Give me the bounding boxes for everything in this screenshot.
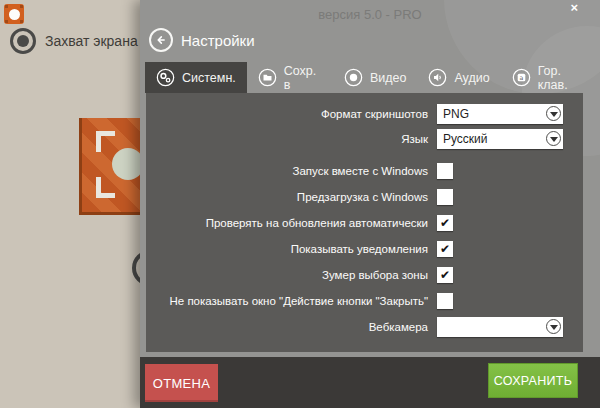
- hotkey-icon: a: [512, 68, 531, 87]
- setting-label: Запуск вместе с Windows: [146, 165, 428, 177]
- setting-label: Зумер выбора зоны: [146, 269, 428, 281]
- checkmark-icon: ✔: [440, 215, 450, 231]
- setting-label: Вебкамера: [146, 321, 428, 333]
- notifications-checkbox[interactable]: ✔: [437, 241, 453, 257]
- setting-row-language: ЯзыкРусский: [146, 126, 583, 152]
- preload-checkbox[interactable]: [437, 189, 453, 205]
- tab-bar: Системн.Сохр. вВидеоАудиоaГор. клав.: [145, 62, 600, 93]
- tab-hotkeys[interactable]: aГор. клав.: [501, 62, 600, 93]
- save-button[interactable]: СОХРАНИТЬ: [488, 363, 578, 398]
- setting-row-close-action: Не показывать окно "Действие кнопки "Зак…: [146, 288, 583, 314]
- arrow-left-icon: [154, 33, 168, 47]
- setting-label: Не показывать окно "Действие кнопки "Зак…: [146, 295, 428, 307]
- tab-label: Гор. клав.: [538, 64, 589, 92]
- footer: ОТМЕНА СОХРАНИТЬ: [140, 357, 600, 408]
- selection-bracket-icon: [96, 131, 115, 152]
- dropdown-arrow-icon: [546, 131, 561, 146]
- speaker-icon: [428, 68, 447, 87]
- capture-mode-label: Захват экрана: [45, 33, 138, 49]
- zone-zoomer-checkbox[interactable]: ✔: [437, 267, 453, 283]
- tab-label: Сохр. в: [284, 64, 322, 92]
- tab-save-to[interactable]: Сохр. в: [247, 62, 333, 93]
- setting-label: Формат скриншотов: [146, 108, 428, 120]
- record-icon: [10, 28, 36, 54]
- back-button[interactable]: [149, 28, 173, 52]
- cancel-button[interactable]: ОТМЕНА: [145, 364, 218, 402]
- setting-row-preload: Предзагрузка с Windows: [146, 184, 583, 210]
- autostart-checkbox[interactable]: [437, 163, 453, 179]
- page-title: Настройки: [181, 32, 255, 49]
- checkmark-icon: ✔: [440, 267, 450, 283]
- version-label: версия 5.0 - PRO: [140, 7, 600, 22]
- settings-header: Настройки: [149, 28, 255, 52]
- setting-row-auto-updates: Проверять на обновления автоматически✔: [146, 210, 583, 236]
- screenshot-format-select[interactable]: PNG: [437, 104, 563, 124]
- svg-text:a: a: [519, 74, 523, 81]
- dropdown-arrow-icon: [546, 319, 561, 334]
- dropdown-arrow-icon: [546, 106, 561, 121]
- app-logo-icon[interactable]: [4, 4, 24, 24]
- tab-label: Аудио: [454, 71, 489, 85]
- select-value: PNG: [443, 107, 469, 121]
- tab-label: Системн.: [182, 71, 236, 85]
- checkmark-icon: ✔: [440, 241, 450, 257]
- record-icon: [344, 68, 363, 87]
- setting-row-screenshot-format: Формат скриншотовPNG: [146, 101, 583, 127]
- settings-panel: × версия 5.0 - PRO Настройки Системн.Сох…: [140, 0, 600, 408]
- setting-row-notifications: Показывать уведомления✔: [146, 236, 583, 262]
- webcam-select[interactable]: [437, 317, 563, 337]
- auto-updates-checkbox[interactable]: ✔: [437, 215, 453, 231]
- selection-bracket-icon: [96, 177, 115, 198]
- tab-audio[interactable]: Аудио: [417, 62, 500, 93]
- tab-video[interactable]: Видео: [333, 62, 418, 93]
- close-action-checkbox[interactable]: [437, 293, 453, 309]
- settings-form: Формат скриншотовPNGЯзыкРусскийЗапуск вм…: [146, 93, 583, 352]
- tab-label: Видео: [370, 71, 407, 85]
- folder-icon: [258, 68, 277, 87]
- setting-label: Язык: [146, 133, 428, 145]
- setting-label: Предзагрузка с Windows: [146, 191, 428, 203]
- language-select[interactable]: Русский: [437, 129, 563, 149]
- setting-row-autostart: Запуск вместе с Windows: [146, 158, 583, 184]
- gears-icon: [156, 68, 175, 87]
- setting-label: Проверять на обновления автоматически: [146, 217, 428, 229]
- setting-row-zone-zoomer: Зумер выбора зоны✔: [146, 262, 583, 288]
- tab-system[interactable]: Системн.: [145, 62, 247, 93]
- select-value: Русский: [443, 132, 488, 146]
- setting-label: Показывать уведомления: [146, 243, 428, 255]
- screenshot-thumbnail: [79, 118, 149, 215]
- setting-row-webcam: Вебкамера: [146, 314, 583, 340]
